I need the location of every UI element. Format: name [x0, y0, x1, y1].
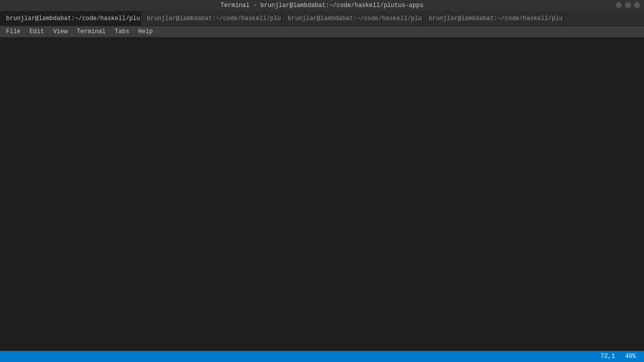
tabs-bar: brunjlar@lambdabat:~/code/haskell/plutus…	[0, 11, 644, 26]
statusbar: 72,1 48%	[0, 351, 644, 362]
tab-3[interactable]: brunjlar@lambdabat:~/code/haskell/plutus…	[282, 11, 423, 26]
tab-1-label: brunjlar@lambdabat:~/code/haskell/plutus…	[6, 15, 141, 22]
titlebar-text: Terminal - brunjlar@lambdabat:~/code/has…	[220, 2, 423, 9]
tab-2[interactable]: brunjlar@lambdabat:~/code/haskell/plutus…	[141, 11, 282, 26]
line-numbers	[0, 37, 20, 351]
menu-file[interactable]: File	[2, 27, 25, 36]
menu-tabs[interactable]: Tabs	[111, 27, 133, 36]
scroll-percent: 48%	[625, 353, 636, 360]
titlebar: Terminal - brunjlar@lambdabat:~/code/has…	[0, 0, 644, 11]
menu-terminal[interactable]: Terminal	[72, 27, 110, 36]
cursor-position: 72,1	[601, 353, 615, 360]
tab-2-label: brunjlar@lambdabat:~/code/haskell/plutus…	[147, 15, 282, 22]
minimize-icon[interactable]	[616, 2, 622, 8]
close-icon[interactable]	[634, 2, 640, 8]
maximize-icon[interactable]	[625, 2, 631, 8]
tab-1[interactable]: brunjlar@lambdabat:~/code/haskell/plutus…	[0, 11, 141, 26]
menu-view[interactable]: View	[49, 27, 72, 36]
editor	[0, 37, 644, 351]
menu-edit[interactable]: Edit	[26, 27, 48, 36]
tab-4-label: brunjlar@lambdabat:~/code/haskell/plutus…	[429, 15, 564, 22]
menubar: File Edit View Terminal Tabs Help	[0, 26, 644, 37]
tab-4[interactable]: brunjlar@lambdabat:~/code/haskell/plutus…	[423, 11, 564, 26]
code-content[interactable]	[20, 37, 644, 351]
menu-help[interactable]: Help	[134, 27, 157, 36]
titlebar-controls	[616, 2, 640, 8]
tab-3-label: brunjlar@lambdabat:~/code/haskell/plutus…	[288, 15, 423, 22]
